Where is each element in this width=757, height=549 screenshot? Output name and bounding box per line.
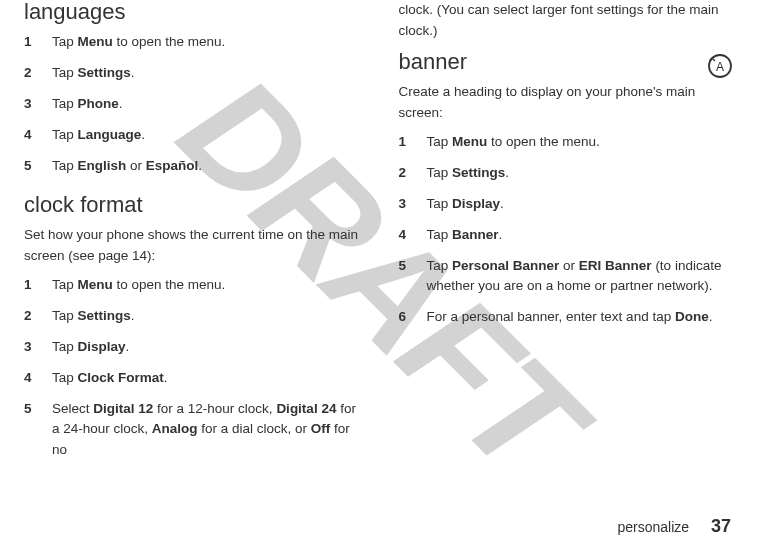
banner-steps: 1Tap Menu to open the menu. 2Tap Setting…	[399, 132, 734, 328]
step-text: Select Digital 12 for a 12-hour clock, D…	[52, 399, 359, 462]
right-column: clock. (You can select larger font setti…	[379, 0, 734, 549]
step-text: Tap Settings.	[52, 63, 359, 84]
step-text: Tap Display.	[52, 337, 359, 358]
languages-section: languages 1Tap Menu to open the menu. 2T…	[24, 0, 359, 177]
step-number: 1	[24, 275, 52, 296]
step: 1Tap Menu to open the menu.	[399, 132, 734, 153]
page-content: languages 1Tap Menu to open the menu. 2T…	[0, 0, 757, 549]
svg-line-2	[712, 58, 715, 61]
step: 3Tap Display.	[399, 194, 734, 215]
step: 5Select Digital 12 for a 12-hour clock, …	[24, 399, 359, 462]
step-number: 4	[24, 125, 52, 146]
clock-format-intro: Set how your phone shows the current tim…	[24, 225, 359, 267]
step-text: For a personal banner, enter text and ta…	[427, 307, 734, 328]
left-column: languages 1Tap Menu to open the menu. 2T…	[24, 0, 379, 549]
step: 1Tap Menu to open the menu.	[24, 275, 359, 296]
clock-format-section: clock format Set how your phone shows th…	[24, 193, 359, 461]
feature-icon: A	[707, 53, 733, 79]
step-text: Tap Menu to open the menu.	[427, 132, 734, 153]
languages-steps: 1Tap Menu to open the menu. 2Tap Setting…	[24, 32, 359, 177]
step-text: Tap Menu to open the menu.	[52, 275, 359, 296]
step-text: Tap Display.	[427, 194, 734, 215]
step-number: 3	[399, 194, 427, 215]
step-number: 1	[24, 32, 52, 53]
step-text: Tap Clock Format.	[52, 368, 359, 389]
step: 4Tap Clock Format.	[24, 368, 359, 389]
step-number: 2	[24, 306, 52, 327]
step-text: Tap Menu to open the menu.	[52, 32, 359, 53]
step-number: 3	[24, 337, 52, 358]
languages-heading: languages	[24, 0, 359, 24]
step: 5Tap English or Español.	[24, 156, 359, 177]
step: 6For a personal banner, enter text and t…	[399, 307, 734, 328]
svg-text:A: A	[716, 60, 724, 74]
step-text: Tap Settings.	[427, 163, 734, 184]
step-text: Tap Phone.	[52, 94, 359, 115]
step: 3Tap Phone.	[24, 94, 359, 115]
step: 2Tap Settings.	[399, 163, 734, 184]
step-text: Tap English or Español.	[52, 156, 359, 177]
banner-section: A banner Create a heading to display on …	[399, 50, 734, 328]
step-number: 4	[399, 225, 427, 246]
step: 4Tap Language.	[24, 125, 359, 146]
banner-heading: banner	[399, 50, 734, 74]
step-number: 5	[24, 156, 52, 177]
step-text: Tap Banner.	[427, 225, 734, 246]
step: 1Tap Menu to open the menu.	[24, 32, 359, 53]
clock-format-heading: clock format	[24, 193, 359, 217]
step-text: Tap Language.	[52, 125, 359, 146]
clock-format-steps: 1Tap Menu to open the menu. 2Tap Setting…	[24, 275, 359, 461]
step-text: Tap Settings.	[52, 306, 359, 327]
banner-intro: Create a heading to display on your phon…	[399, 82, 734, 124]
step-number: 4	[24, 368, 52, 389]
step-number: 6	[399, 307, 427, 328]
clock-format-continuation: clock. (You can select larger font setti…	[399, 0, 734, 42]
step-number: 5	[399, 256, 427, 277]
step: 2Tap Settings.	[24, 306, 359, 327]
step-number: 5	[24, 399, 52, 420]
step-number: 2	[399, 163, 427, 184]
step-text: Tap Personal Banner or ERI Banner (to in…	[427, 256, 734, 298]
step-number: 2	[24, 63, 52, 84]
step-number: 3	[24, 94, 52, 115]
step: 2Tap Settings.	[24, 63, 359, 84]
step: 4Tap Banner.	[399, 225, 734, 246]
step: 5Tap Personal Banner or ERI Banner (to i…	[399, 256, 734, 298]
step-number: 1	[399, 132, 427, 153]
step: 3Tap Display.	[24, 337, 359, 358]
